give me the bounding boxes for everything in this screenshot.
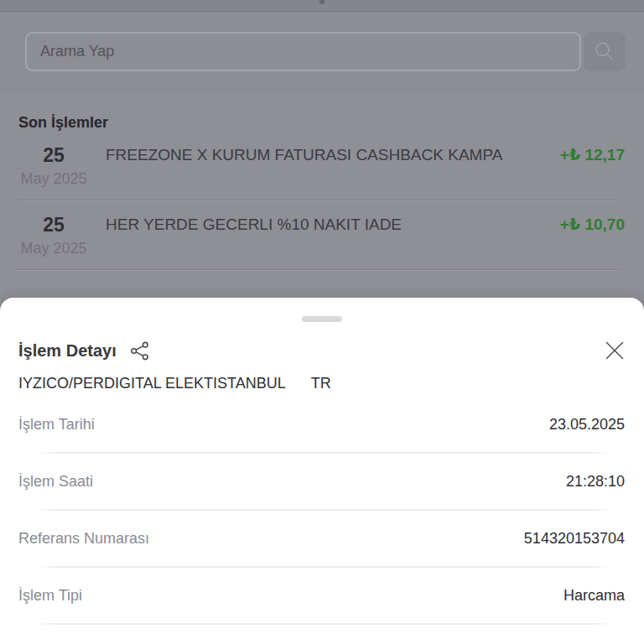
list-divider: [18, 269, 620, 271]
sheet-header: İşlem Detayı: [18, 340, 626, 361]
search-input[interactable]: [39, 42, 568, 61]
merchant-country: TR: [311, 375, 331, 392]
share-icon: [129, 340, 150, 361]
detail-row: İşlem Saati 21:28:10: [0, 454, 644, 509]
detail-label: İşlem Tarihi: [18, 416, 95, 434]
drag-handle[interactable]: [302, 316, 342, 322]
detail-row: Referans Numarası 514320153704: [0, 511, 644, 566]
transaction-amount: +₺ 10,70: [552, 214, 625, 236]
detail-value: 21:28:10: [566, 473, 625, 491]
sheet-title: İşlem Detayı: [18, 341, 117, 361]
header-remnant-strip: [0, 0, 644, 12]
section-title: Son İşlemler: [18, 114, 626, 132]
detail-label: İşlem Saati: [18, 473, 93, 491]
merchant-name: IYZICO/PERDIGITAL ELEKTISTANBUL: [18, 375, 286, 392]
detail-rows: İşlem Tarihi 23.05.2025 İşlem Saati 21:2…: [0, 397, 644, 625]
share-button[interactable]: [129, 340, 150, 361]
search-button[interactable]: [584, 32, 626, 71]
search-field-wrap: [25, 32, 581, 71]
transaction-day: 25: [18, 144, 89, 166]
detail-row: İşlem Tipi Harcama: [0, 568, 644, 623]
transaction-row[interactable]: 25 FREEZONE X KURUM FATURASI CASHBACK KA…: [0, 132, 644, 201]
transaction-amount: +₺ 12,17: [552, 144, 625, 166]
cutoff-glyph-artifact: [319, 0, 325, 4]
close-icon: [604, 340, 626, 361]
close-button[interactable]: [604, 340, 626, 361]
merchant-line: IYZICO/PERDIGITAL ELEKTISTANBULTR: [18, 375, 626, 392]
transaction-day: 25: [18, 214, 89, 236]
detail-value: Harcama: [564, 587, 625, 605]
app-screen: Son İşlemler 25 FREEZONE X KURUM FATURAS…: [0, 0, 644, 644]
detail-value: 23.05.2025: [549, 416, 625, 434]
search-section: [0, 12, 644, 93]
detail-label: Referans Numarası: [18, 530, 149, 548]
transaction-title: FREEZONE X KURUM FATURASI CASHBACK KAMPA: [89, 144, 552, 166]
transaction-detail-sheet: İşlem Detayı: [0, 298, 644, 644]
detail-label: İşlem Tipi: [18, 587, 82, 605]
magnifier-icon: [593, 40, 616, 64]
detail-value: 514320153704: [524, 530, 625, 548]
transaction-month-year: May 2025: [18, 169, 89, 189]
detail-divider: [37, 623, 610, 625]
transaction-title: HER YERDE GECERLI %10 NAKIT IADE: [89, 214, 552, 236]
transaction-row[interactable]: 25 HER YERDE GECERLI %10 NAKIT IADE +₺ 1…: [0, 201, 644, 271]
detail-row: İşlem Tarihi 23.05.2025: [0, 397, 644, 452]
transaction-month-year: May 2025: [18, 238, 89, 258]
